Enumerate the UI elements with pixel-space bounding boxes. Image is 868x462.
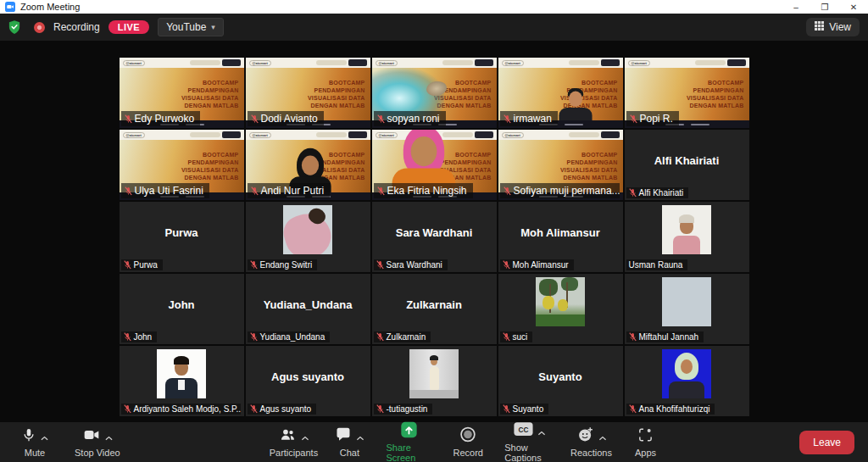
participant-tile-ardiyanto-saleh-modjo-s-p[interactable]: Ardiyanto Saleh Modjo, S.P... bbox=[120, 346, 244, 416]
participant-tile-eka-fitria-ningsih[interactable]: @atcmartBOOTCAMPPENDAMPINGANVISUALISASI … bbox=[372, 130, 497, 200]
toolbar-mute-button[interactable]: Mute bbox=[12, 426, 58, 459]
muted-mic-icon bbox=[376, 404, 384, 414]
slide-logo: @atcmart bbox=[249, 132, 271, 138]
participant-name: John bbox=[134, 332, 153, 342]
participant-tile-tutiagustin[interactable]: -tutiagustin bbox=[372, 346, 497, 416]
slide-register-button bbox=[727, 59, 746, 66]
toolbar-chat-button[interactable]: Chat bbox=[326, 426, 372, 459]
slide-header-buttons bbox=[190, 59, 241, 66]
close-button[interactable]: ✕ bbox=[839, 0, 868, 14]
participant-tile-purwa[interactable]: PurwaPurwa bbox=[120, 202, 244, 272]
participant-tile-sofiyan-muji-permana[interactable]: @atcmartBOOTCAMPPENDAMPINGANVISUALISASI … bbox=[498, 130, 623, 200]
chevron-up-icon[interactable] bbox=[357, 429, 364, 444]
chevron-up-icon[interactable] bbox=[598, 429, 606, 444]
youtube-stream-dropdown[interactable]: YouTube ▾ bbox=[158, 18, 224, 36]
participant-name: sopyan roni bbox=[387, 113, 440, 125]
participant-tile-zulkarnain[interactable]: ZulkarnainZulkarnain bbox=[372, 274, 497, 344]
muted-mic-icon bbox=[124, 404, 131, 414]
participant-tile-agus-suyanto[interactable]: Agus suyantoAgus suyanto bbox=[246, 346, 370, 416]
security-shield-icon[interactable] bbox=[8, 20, 20, 34]
toolbar-item-label: Show Captions bbox=[504, 443, 554, 462]
slide-header: @atcmart bbox=[372, 58, 497, 68]
slide-info-pill bbox=[569, 132, 599, 137]
view-button[interactable]: View bbox=[806, 18, 860, 36]
leave-button[interactable]: Leave bbox=[799, 431, 854, 454]
stream-target-label: YouTube bbox=[166, 21, 206, 33]
toolbar-share-screen-button[interactable]: Share Screen bbox=[381, 420, 437, 462]
toolbar-participants-button[interactable]: Participants bbox=[269, 426, 318, 459]
participant-name-label: Yudiana_Undana bbox=[248, 331, 331, 342]
minimize-button[interactable]: – bbox=[782, 0, 810, 14]
participant-name-label: John bbox=[121, 331, 158, 342]
participant-tile-ulya-uti-fasrini[interactable]: @atcmartBOOTCAMPPENDAMPINGANVISUALISASI … bbox=[120, 130, 244, 200]
muted-mic-icon bbox=[377, 114, 385, 124]
recording-label: Recording bbox=[53, 21, 100, 33]
toolbar-apps-button[interactable]: Apps bbox=[622, 426, 668, 459]
participant-name-label: Popi R. bbox=[626, 111, 679, 126]
toolbar-record-button[interactable]: Record bbox=[445, 426, 491, 459]
participant-tile-sara-wardhani[interactable]: Sara WardhaniSara Wardhani bbox=[372, 202, 497, 272]
participant-tile-andi-nur-putri[interactable]: @atcmartBOOTCAMPPENDAMPINGANVISUALISASI … bbox=[246, 130, 370, 200]
participant-name-label: Moh Alimansur bbox=[500, 259, 574, 270]
participant-name-label: Sofiyan muji permana... bbox=[500, 183, 620, 198]
reactions-icon bbox=[576, 426, 594, 447]
participant-tile-suyanto[interactable]: SuyantoSuyanto bbox=[498, 346, 623, 416]
participant-tile-ana-khofifahturizqi[interactable]: Ana Khofifahturizqi bbox=[625, 346, 749, 416]
toolbar-item-label: Record bbox=[453, 448, 483, 458]
slide-register-button bbox=[348, 131, 367, 138]
participant-tile-usman-rauna[interactable]: Usman Rauna bbox=[625, 202, 749, 272]
chevron-up-icon[interactable] bbox=[301, 429, 309, 444]
chevron-down-icon: ▾ bbox=[211, 23, 215, 31]
participant-avatar bbox=[662, 349, 711, 398]
participant-tile-alfi-khairiati[interactable]: Alfi KhairiatiAlfi Khairiati bbox=[625, 130, 749, 200]
toolbar-show-captions-button[interactable]: CCShow Captions bbox=[499, 420, 559, 462]
participant-tile-yudiana-undana[interactable]: Yudiana_UndanaYudiana_Undana bbox=[246, 274, 370, 344]
participant-tile-moh-alimansur[interactable]: Moh AlimansurMoh Alimansur bbox=[498, 202, 623, 272]
participant-avatar bbox=[662, 205, 711, 254]
toolbar-stop-video-button[interactable]: Stop Video bbox=[70, 426, 125, 459]
participant-tile-dodi-avianto[interactable]: @atcmartBOOTCAMPPENDAMPINGANVISUALISASI … bbox=[246, 58, 370, 128]
participant-tile-suci[interactable]: suci bbox=[498, 274, 623, 344]
slide-register-button bbox=[475, 59, 493, 66]
window-titlebar: Zoom Meeting – ❐ ✕ bbox=[0, 0, 868, 14]
muted-mic-icon bbox=[250, 404, 258, 414]
participant-tile-endang-switri[interactable]: Endang Switri bbox=[246, 202, 370, 272]
participant-tile-miftahul-jannah[interactable]: Miftahul Jannah bbox=[625, 274, 749, 344]
mic-icon bbox=[21, 426, 36, 447]
participant-name-label: Dodi Avianto bbox=[248, 111, 324, 126]
slide-register-button bbox=[601, 59, 620, 66]
participant-tile-irmawan[interactable]: @atcmartBOOTCAMPPENDAMPINGANVISUALISASI … bbox=[498, 58, 623, 128]
slide-info-pill bbox=[569, 60, 599, 65]
slide-info-pill bbox=[190, 60, 220, 65]
participant-name: irmawan bbox=[514, 113, 552, 125]
chevron-up-icon[interactable] bbox=[105, 429, 113, 444]
participant-name: Usman Rauna bbox=[629, 260, 683, 270]
maximize-button[interactable]: ❐ bbox=[810, 0, 839, 14]
participant-name: Purwa bbox=[134, 260, 158, 270]
toolbar-item-label: Apps bbox=[635, 448, 656, 458]
toolbar-item-label: Share Screen bbox=[386, 443, 431, 462]
chevron-up-icon[interactable] bbox=[538, 424, 546, 439]
toolbar-reactions-button[interactable]: Reactions bbox=[568, 426, 614, 459]
participant-name-label: Purwa bbox=[121, 259, 163, 270]
chevron-up-icon[interactable] bbox=[41, 429, 48, 444]
slide-header-buttons bbox=[316, 131, 367, 138]
slide-header-buttons bbox=[695, 59, 746, 66]
slide-logo: @atcmart bbox=[376, 60, 398, 66]
participant-avatar bbox=[662, 277, 711, 326]
slide-header-buttons bbox=[569, 131, 620, 138]
slide-register-button bbox=[222, 59, 241, 66]
participant-name: Dodi Avianto bbox=[261, 113, 318, 125]
zoom-logo-icon bbox=[5, 2, 15, 12]
muted-mic-icon bbox=[124, 260, 131, 270]
participant-name-label: Agus suyanto bbox=[248, 404, 317, 415]
muted-mic-icon bbox=[503, 404, 510, 414]
slide-register-button bbox=[348, 59, 367, 66]
participant-tile-popi-r[interactable]: @atcmartBOOTCAMPPENDAMPINGANVISUALISASI … bbox=[625, 58, 749, 128]
participant-tile-sopyan-roni[interactable]: @atcmartBOOTCAMPPENDAMPINGANVISUALISASI … bbox=[372, 58, 497, 128]
participant-tile-john[interactable]: JohnJohn bbox=[120, 274, 244, 344]
participant-tile-edy-purwoko[interactable]: @atcmartBOOTCAMPPENDAMPINGANVISUALISASI … bbox=[120, 58, 244, 128]
participant-name-label: Sara Wardhani bbox=[374, 259, 448, 270]
slide-header-buttons bbox=[316, 59, 367, 66]
participant-name: Andi Nur Putri bbox=[261, 185, 325, 197]
